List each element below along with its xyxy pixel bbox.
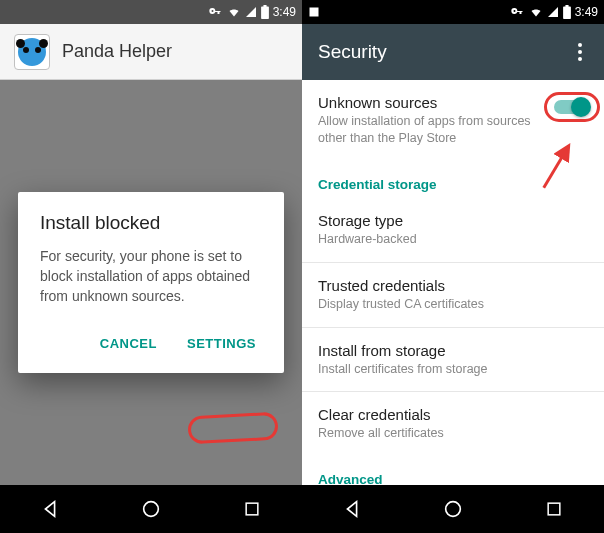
storage-type-row[interactable]: Storage type Hardware-backed xyxy=(302,198,604,262)
app-body: Install blocked For security, your phone… xyxy=(0,80,302,485)
settings-button[interactable]: SETTINGS xyxy=(183,330,260,357)
install-blocked-dialog: Install blocked For security, your phone… xyxy=(18,192,284,374)
battery-icon xyxy=(563,5,571,19)
nav-home-button[interactable] xyxy=(440,496,466,522)
trusted-credentials-title: Trusted credentials xyxy=(318,277,588,294)
app-title: Panda Helper xyxy=(62,41,172,62)
storage-type-subtitle: Hardware-backed xyxy=(318,231,588,248)
battery-icon xyxy=(261,5,269,19)
settings-title: Security xyxy=(318,41,387,63)
dialog-scrim[interactable]: Install blocked For security, your phone… xyxy=(0,80,302,485)
navigation-bar xyxy=(0,485,302,533)
clear-credentials-subtitle: Remove all certificates xyxy=(318,425,588,442)
wifi-icon xyxy=(529,6,543,18)
install-from-storage-title: Install from storage xyxy=(318,342,588,359)
signal-icon xyxy=(547,6,559,18)
app-header: Panda Helper xyxy=(0,24,302,80)
app-icon xyxy=(14,34,50,70)
status-time: 3:49 xyxy=(273,5,296,19)
unknown-sources-title: Unknown sources xyxy=(318,94,544,111)
nav-recents-button[interactable] xyxy=(239,496,265,522)
nav-back-button[interactable] xyxy=(37,496,63,522)
signal-icon xyxy=(245,6,257,18)
dialog-actions: CANCEL SETTINGS xyxy=(40,326,262,363)
wifi-icon xyxy=(227,6,241,18)
phone-left: 3:49 Panda Helper Install blocked For se… xyxy=(0,0,302,533)
nav-recents-button[interactable] xyxy=(541,496,567,522)
nav-back-button[interactable] xyxy=(339,496,365,522)
install-from-storage-subtitle: Install certificates from storage xyxy=(318,361,588,378)
svg-point-0 xyxy=(144,502,159,517)
settings-toolbar: Security xyxy=(302,24,604,80)
overflow-menu-button[interactable] xyxy=(572,37,588,67)
settings-list[interactable]: Unknown sources Allow installation of ap… xyxy=(302,80,604,485)
trusted-credentials-subtitle: Display trusted CA certificates xyxy=(318,296,588,313)
dialog-body: For security, your phone is set to block… xyxy=(40,246,262,307)
clear-credentials-title: Clear credentials xyxy=(318,406,588,423)
vpn-key-icon xyxy=(509,6,525,18)
vpn-key-icon xyxy=(207,6,223,18)
trusted-credentials-row[interactable]: Trusted credentials Display trusted CA c… xyxy=(302,263,604,327)
svg-rect-4 xyxy=(548,503,560,515)
nav-home-button[interactable] xyxy=(138,496,164,522)
advanced-header: Advanced xyxy=(302,456,604,485)
navigation-bar xyxy=(302,485,604,533)
storage-type-title: Storage type xyxy=(318,212,588,229)
cancel-button[interactable]: CANCEL xyxy=(96,330,161,357)
screenshot-indicator-icon xyxy=(308,6,320,18)
svg-rect-1 xyxy=(246,503,258,515)
unknown-sources-toggle[interactable] xyxy=(554,100,588,114)
svg-rect-2 xyxy=(310,8,318,16)
install-from-storage-row[interactable]: Install from storage Install certificate… xyxy=(302,328,604,392)
phone-right: 3:49 Security Unknown sources Allow inst… xyxy=(302,0,604,533)
credential-storage-header: Credential storage xyxy=(302,161,604,198)
unknown-sources-subtitle: Allow installation of apps from sources … xyxy=(318,113,544,147)
unknown-sources-row[interactable]: Unknown sources Allow installation of ap… xyxy=(302,80,604,161)
status-time: 3:49 xyxy=(575,5,598,19)
status-bar: 3:49 xyxy=(302,0,604,24)
dialog-title: Install blocked xyxy=(40,212,262,234)
status-bar: 3:49 xyxy=(0,0,302,24)
clear-credentials-row[interactable]: Clear credentials Remove all certificate… xyxy=(302,392,604,456)
svg-point-3 xyxy=(446,502,461,517)
